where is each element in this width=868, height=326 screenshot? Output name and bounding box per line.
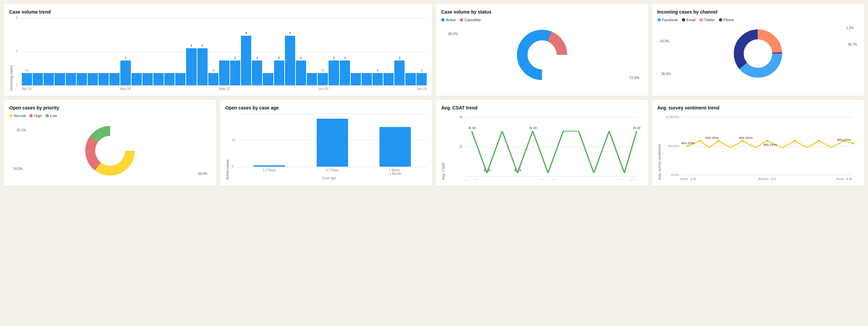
case-age-y-label: Active cases [225, 114, 229, 180]
csat-y-label: Avg. CSAT [441, 114, 445, 180]
priority-donut-chart [80, 121, 140, 180]
legend-low: Low [45, 114, 57, 118]
open-case-age-card: Open cases by case age Active cases 20 0 [220, 100, 432, 186]
legend-active-dot [441, 18, 444, 22]
case-volume-x-axis: Apr 24 May 08 May 22 Jun 05 Jun 19 [15, 87, 427, 91]
case-volume-trend-card: Case volume trend Incoming cases 4 2 0 1… [4, 4, 432, 96]
legend-facebook: Facebook [657, 18, 678, 22]
case-age-x-axis: 1-3 Days 4-7 Days 1 Week -1 Month [231, 168, 427, 176]
legend-high-dot [29, 114, 33, 117]
incoming-channel-title: Incoming cases by channel [657, 9, 859, 14]
avg-csat-title: Avg. CSAT trend [441, 105, 643, 111]
open-priority-title: Open cases by priority [9, 105, 211, 111]
volume-bar [43, 73, 54, 86]
volume-bar [405, 73, 415, 86]
svg-text:60.0%: 60.0% [837, 139, 851, 142]
bar-value-label: 3 [202, 44, 203, 47]
volume-bar: 1 [416, 73, 427, 86]
volume-bar [98, 73, 109, 86]
case-volume-status-card: Case volume by status Active Cancelled 2… [436, 4, 648, 96]
bar-value-label: 4 [289, 31, 290, 34]
volume-bar: 2 [230, 60, 240, 85]
volume-bar [143, 73, 153, 86]
sentiment-chart-svg: 100% 50% 0% 45.0% [663, 114, 859, 180]
legend-phone-label: Phone [723, 18, 734, 22]
case-volume-status-title: Case volume by status [441, 9, 643, 14]
volume-bar [55, 73, 65, 86]
volume-bar: 4 [285, 36, 295, 85]
legend-email-label: Email [686, 18, 696, 22]
volume-bar: 3 [197, 48, 208, 86]
channel-label-387: 38.7% [848, 43, 857, 46]
bar-value-label: 2 [125, 56, 126, 59]
legend-cancelled: Cancelled [460, 18, 480, 22]
legend-normal: Normal [9, 114, 26, 118]
bar-value-label: 1 [421, 69, 422, 72]
channel-label-36: 36.0% [661, 72, 671, 76]
volume-bar [263, 73, 273, 86]
svg-point-36 [851, 143, 854, 144]
avg-sentiment-title: Avg. survey sentiment trend [657, 105, 859, 111]
svg-text:Apr 24: Apr 24 [680, 177, 696, 180]
priority-label-151: 15.1% [17, 128, 26, 132]
volume-bar: 3 [186, 48, 196, 86]
volume-bar [219, 60, 229, 85]
status-legend: Active Cancelled [441, 18, 643, 22]
svg-text:1.0: 1.0 [483, 168, 491, 172]
bar-1week [379, 127, 411, 167]
status-donut-chart [512, 25, 572, 85]
volume-bar [110, 73, 120, 86]
svg-text:Jun 19: Jun 19 [619, 179, 636, 180]
bar-4-7days [317, 119, 348, 167]
bar-value-label: 1 [322, 69, 323, 72]
incoming-channel-card: Incoming cases by channel Facebook Email… [652, 4, 864, 96]
bar-value-label: 1 [213, 69, 214, 72]
open-case-age-title: Open cases by case age [225, 105, 427, 111]
svg-text:65.0%: 65.0% [739, 136, 753, 140]
volume-bar [77, 73, 87, 86]
legend-low-label: Low [50, 114, 57, 118]
bar-col-4-7days [301, 119, 364, 167]
volume-bar: 1 [318, 73, 328, 86]
bar-col-1-3days [238, 165, 301, 167]
svg-point-32 [766, 140, 769, 142]
legend-high: High [29, 114, 42, 118]
svg-text:1.0: 1.0 [514, 168, 521, 172]
volume-bar: 4 [241, 36, 251, 85]
volume-bar: 2 [329, 60, 339, 85]
svg-text:0%: 0% [671, 173, 679, 176]
legend-email-dot [682, 18, 685, 22]
volume-bar [307, 73, 317, 86]
volume-bar: 2 [252, 60, 262, 85]
open-priority-card: Open cases by priority Normal High Low [4, 100, 216, 186]
svg-text:45.0%: 45.0% [681, 142, 695, 145]
priority-legend: Normal High Low [9, 114, 211, 118]
bar-col-1week [364, 127, 427, 167]
svg-text:4: 4 [459, 115, 462, 119]
x-label-4-7: 4-7 Days [301, 168, 364, 176]
case-age-bars-container [238, 117, 427, 167]
priority-label-604: 60.4% [198, 172, 207, 176]
volume-bar [351, 73, 361, 86]
svg-text:Apr 24: Apr 24 [463, 179, 480, 180]
dashboard: Case volume trend Incoming cases 4 2 0 1… [4, 4, 864, 186]
volume-bar [175, 73, 185, 86]
legend-low-dot [45, 114, 49, 117]
volume-bar [33, 73, 43, 86]
x-label-1-3: 1-3 Days [238, 168, 301, 176]
x-label-1week: 1 Week -1 Month [364, 168, 427, 176]
svg-text:45.0%: 45.0% [763, 144, 777, 147]
volume-bars-container: 12331242242122121 [22, 18, 427, 86]
volume-bar [362, 73, 372, 86]
svg-point-34 [817, 140, 820, 142]
volume-bar [153, 73, 164, 86]
status-label-72: 72.0% [629, 76, 639, 80]
volume-bar: 2 [394, 60, 405, 85]
bar-value-label: 2 [333, 56, 335, 59]
svg-text:May 22: May 22 [758, 177, 776, 180]
legend-normal-dot [9, 114, 12, 117]
svg-text:Jun 19: Jun 19 [835, 177, 852, 180]
volume-bar: 1 [373, 73, 383, 86]
svg-point-30 [717, 140, 720, 142]
bar-value-label: 2 [278, 56, 280, 59]
